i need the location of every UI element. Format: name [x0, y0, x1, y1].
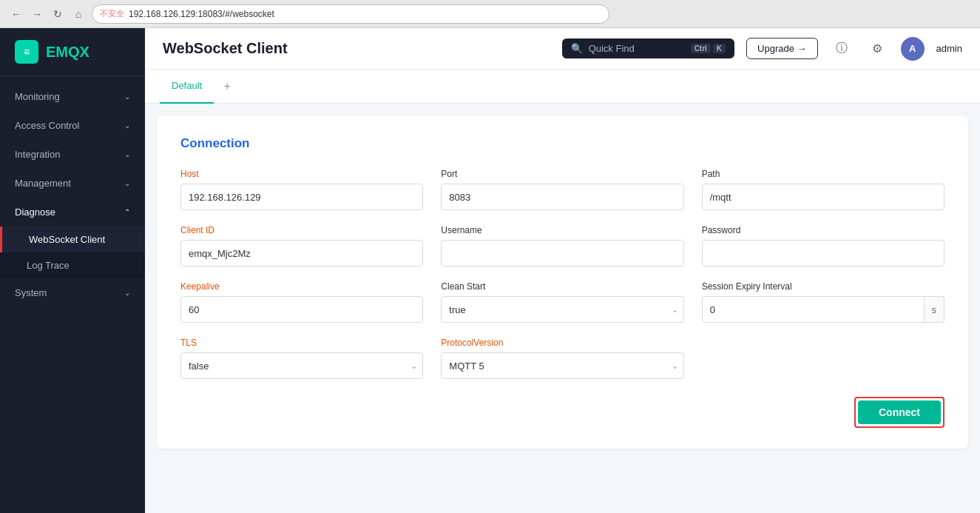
address-text: 192.168.126.129:18083/#/websocket [129, 9, 274, 19]
username-input[interactable] [441, 240, 683, 266]
protocol-version-label: ProtocolVersion [441, 338, 683, 348]
sidebar-item-monitoring[interactable]: Monitoring ⌄ [0, 82, 145, 111]
chevron-monitoring: ⌄ [124, 93, 130, 101]
diagnose-submenu: WebSocket Client Log Trace [0, 227, 145, 278]
logo-text: EMQX [46, 44, 89, 61]
admin-label[interactable]: admin [936, 43, 962, 54]
home-button[interactable]: ⌂ [71, 7, 86, 21]
sidebar-label-diagnose: Diagnose [15, 207, 55, 218]
path-group: Path [702, 169, 944, 210]
sidebar-label-websocket-client: WebSocket Client [29, 234, 105, 245]
chevron-management: ⌄ [124, 179, 130, 187]
host-label: Host [180, 169, 423, 179]
kbd-ctrl: Ctrl [691, 44, 711, 53]
content-area: Default + Connection Host Port [145, 70, 980, 513]
tls-wrapper: false true ⌄ [180, 352, 423, 379]
host-input[interactable] [180, 184, 423, 210]
logo-icon: ≡ [15, 40, 38, 64]
chevron-integration: ⌄ [124, 150, 130, 158]
session-expiry-input[interactable] [702, 296, 925, 323]
avatar-letter: A [909, 43, 916, 54]
client-id-input[interactable] [180, 240, 423, 266]
connect-button[interactable]: Connect [858, 400, 941, 424]
browser-bar: ← → ↻ ⌂ 不安全 192.168.126.129:18083/#/webs… [0, 0, 980, 28]
host-group: Host [180, 169, 423, 210]
password-label: Password [702, 225, 944, 235]
protocol-version-wrapper: MQTT 5 MQTT 3.1.1 MQTT 3.1 ⌄ [441, 352, 683, 379]
port-input[interactable] [441, 184, 683, 210]
upgrade-label: Upgrade → [757, 43, 806, 54]
sidebar-item-access-control[interactable]: Access Control ⌄ [0, 111, 145, 140]
search-icon: 🔍 [571, 43, 583, 54]
clean-start-label: Clean Start [441, 281, 683, 292]
keepalive-input[interactable] [180, 296, 423, 323]
username-label: Username [441, 225, 683, 235]
client-id-group: Client ID [180, 225, 423, 266]
connection-section-title: Connection [180, 136, 944, 151]
kbd-k: K [713, 44, 726, 53]
sidebar-item-diagnose[interactable]: Diagnose ⌃ [0, 198, 145, 227]
tls-label: TLS [180, 338, 423, 348]
sidebar-label-access-control: Access Control [15, 120, 79, 131]
connect-button-wrapper: Connect [854, 397, 944, 428]
plus-icon: + [224, 80, 231, 93]
sidebar-item-integration[interactable]: Integration ⌄ [0, 140, 145, 169]
gear-icon: ⚙ [872, 41, 882, 56]
main-content: WebSocket Client 🔍 Ctrl K Upgrade → ⓘ ⚙ … [145, 28, 980, 513]
not-secure-label: 不安全 [100, 8, 124, 19]
chevron-diagnose: ⌃ [124, 208, 130, 216]
settings-button[interactable]: ⚙ [865, 37, 889, 61]
password-input[interactable] [702, 240, 944, 266]
reload-button[interactable]: ↻ [50, 7, 65, 21]
search-bar[interactable]: 🔍 Ctrl K [562, 38, 734, 58]
sidebar-item-websocket-client[interactable]: WebSocket Client [0, 227, 145, 252]
sidebar-label-log-trace: Log Trace [27, 260, 70, 271]
page-title: WebSocket Client [163, 40, 288, 57]
upgrade-button[interactable]: Upgrade → [746, 38, 817, 59]
username-group: Username [441, 225, 683, 266]
panel-footer: Connect [180, 397, 944, 428]
tab-default[interactable]: Default [160, 70, 214, 104]
help-button[interactable]: ⓘ [830, 37, 854, 61]
clean-start-select[interactable]: true false [441, 296, 683, 323]
protocol-version-select[interactable]: MQTT 5 MQTT 3.1.1 MQTT 3.1 [441, 352, 683, 379]
avatar[interactable]: A [901, 37, 925, 61]
sidebar-item-management[interactable]: Management ⌄ [0, 169, 145, 198]
connection-panel: Connection Host Port Path [157, 115, 968, 449]
keepalive-group: Keepalive [180, 281, 423, 323]
connection-form: Host Port Path Client ID [180, 169, 944, 379]
search-shortcut: Ctrl K [691, 44, 726, 53]
session-expiry-unit: s [925, 296, 945, 323]
app-container: ≡ EMQX Monitoring ⌄ Access Control ⌄ Int… [0, 28, 980, 513]
tls-group: TLS false true ⌄ [180, 338, 423, 379]
back-button[interactable]: ← [9, 7, 24, 21]
chevron-access-control: ⌄ [124, 121, 130, 130]
session-expiry-group: Session Expiry Interval s [702, 281, 944, 323]
client-id-label: Client ID [180, 225, 423, 235]
chevron-system: ⌄ [124, 289, 130, 297]
sidebar-label-system: System [15, 287, 47, 298]
keepalive-label: Keepalive [180, 281, 423, 292]
session-expiry-label: Session Expiry Interval [702, 281, 944, 292]
sidebar-logo: ≡ EMQX [0, 28, 145, 76]
clean-start-group: Clean Start true false ⌄ [441, 281, 683, 323]
sidebar-item-system[interactable]: System ⌄ [0, 278, 145, 307]
port-group: Port [441, 169, 683, 210]
forward-button[interactable]: → [30, 7, 44, 21]
path-input[interactable] [702, 184, 944, 210]
tls-select[interactable]: false true [180, 352, 423, 379]
port-label: Port [441, 169, 683, 179]
search-input[interactable] [589, 43, 685, 54]
sidebar-item-log-trace[interactable]: Log Trace [0, 252, 145, 278]
app-header: WebSocket Client 🔍 Ctrl K Upgrade → ⓘ ⚙ … [145, 28, 980, 70]
sidebar: ≡ EMQX Monitoring ⌄ Access Control ⌄ Int… [0, 28, 145, 513]
sidebar-navigation: Monitoring ⌄ Access Control ⌄ Integratio… [0, 76, 145, 513]
sidebar-label-monitoring: Monitoring [15, 91, 60, 102]
empty-cell [702, 338, 944, 379]
tab-default-label: Default [172, 80, 202, 91]
clean-start-wrapper: true false ⌄ [441, 296, 683, 323]
tab-add-button[interactable]: + [217, 76, 237, 97]
sidebar-label-integration: Integration [15, 149, 60, 160]
address-bar[interactable]: 不安全 192.168.126.129:18083/#/websocket [92, 4, 609, 24]
sidebar-label-management: Management [15, 178, 71, 189]
